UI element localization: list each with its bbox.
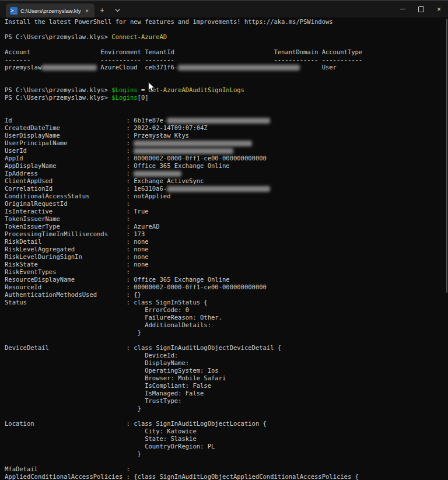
terminal-line: UserDisplayName : Przemysław Kłys bbox=[5, 132, 448, 139]
maximize-icon bbox=[418, 6, 424, 12]
tab-dropdown-button[interactable] bbox=[110, 3, 125, 17]
terminal-line: Location : class SignInAuditLogObjectLoc… bbox=[5, 420, 448, 428]
terminal-line: PS C:\Users\przemyslaw.klys> Connect-Azu… bbox=[5, 33, 448, 41]
terminal-line: ResourceId : 00000002-0000-0ff1-ce00-000… bbox=[5, 283, 448, 291]
terminal-line: RiskState : none bbox=[5, 261, 448, 268]
redacted-value bbox=[41, 65, 97, 71]
chevron-down-icon bbox=[115, 9, 120, 12]
terminal-line: CountryOrRegion: PL bbox=[5, 443, 448, 450]
terminal-line: Status : class SignInStatus { bbox=[5, 299, 448, 306]
terminal-line: UserPrincipalName : bbox=[5, 139, 448, 147]
tab-title: C:\Users\przemyslaw.klys\App bbox=[20, 8, 81, 14]
terminal-line: IpAddress : bbox=[5, 170, 448, 177]
terminal-line: RiskDetail : none bbox=[5, 238, 448, 246]
terminal-line: IsManaged: False bbox=[5, 390, 448, 397]
terminal-line bbox=[5, 337, 448, 344]
terminal-line: PS C:\Users\przemyslaw.klys> $Logins = G… bbox=[5, 86, 448, 94]
terminal-line: FailureReason: Other. bbox=[5, 314, 448, 321]
terminal-window: >_ C:\Users\przemyslaw.klys\App ✕ + ✕ In… bbox=[0, 0, 448, 480]
redacted-value bbox=[134, 141, 251, 146]
maximize-button[interactable] bbox=[412, 1, 430, 17]
terminal-line bbox=[5, 412, 448, 420]
terminal-line: TokenIssuerName : bbox=[5, 215, 448, 223]
terminal-line: } bbox=[5, 405, 448, 412]
terminal-line: Install the latest PowerShell for new fe… bbox=[5, 18, 448, 26]
terminal-line: TokenIssuerType : AzureAD bbox=[5, 223, 448, 230]
tab-powershell[interactable]: >_ C:\Users\przemyslaw.klys\App ✕ bbox=[6, 3, 94, 17]
powershell-icon: >_ bbox=[10, 7, 18, 15]
titlebar-drag-area[interactable] bbox=[125, 1, 394, 17]
terminal-line: AppDisplayName : Office 365 Exchange Onl… bbox=[5, 162, 448, 170]
terminal-line: AppliedConditionalAccessPolicies : {clas… bbox=[5, 473, 448, 480]
terminal-line bbox=[5, 109, 448, 117]
tab-close-icon[interactable]: ✕ bbox=[84, 6, 90, 15]
minimize-icon bbox=[400, 9, 405, 9]
terminal-line: OriginalRequestId : bbox=[5, 200, 448, 208]
terminal-line: TrustType: bbox=[5, 397, 448, 405]
terminal-line: AppId : 00000002-0000-0ff1-ce00-00000000… bbox=[5, 155, 448, 162]
redacted-value bbox=[178, 65, 300, 71]
terminal-line: IsInteractive : True bbox=[5, 208, 448, 215]
terminal-line: DeviceId: bbox=[5, 352, 448, 359]
terminal-line: RiskLevelDuringSignIn : none bbox=[5, 253, 448, 261]
terminal-line: RiskEventTypes : bbox=[5, 268, 448, 276]
redacted-value bbox=[167, 186, 270, 192]
terminal-line: State: Slaskie bbox=[5, 435, 448, 443]
terminal-line bbox=[5, 458, 448, 465]
terminal-line: AuthenticationMethodsUsed : {} bbox=[5, 291, 448, 299]
terminal-line: ClientAppUsed : Exchange ActiveSync bbox=[5, 177, 448, 185]
minimize-button[interactable] bbox=[394, 1, 412, 17]
terminal-line: UserId : bbox=[5, 147, 448, 155]
terminal-line: RiskLevelAggregated : none bbox=[5, 246, 448, 253]
terminal-line: CorrelationId : 1e6310a6- bbox=[5, 185, 448, 192]
terminal-line bbox=[5, 41, 448, 48]
terminal-line: ProcessingTimeInMilliseconds : 173 bbox=[5, 230, 448, 238]
close-button[interactable]: ✕ bbox=[430, 1, 448, 17]
terminal-line: OperatingSystem: Ios bbox=[5, 367, 448, 374]
terminal-line: DisplayName: bbox=[5, 359, 448, 367]
terminal-line: IsCompliant: False bbox=[5, 382, 448, 390]
terminal-line: ------- ----------- -------- -----------… bbox=[5, 56, 448, 64]
terminal-line bbox=[5, 79, 448, 86]
terminal-line: Account Environment TenantId TenantDomai… bbox=[5, 48, 448, 56]
redacted-value bbox=[134, 148, 233, 154]
terminal-line: Browser: Mobile Safari bbox=[5, 374, 448, 382]
terminal-line: Id : 6b1fe87e- bbox=[5, 117, 448, 124]
terminal-line: ResourceDisplayName : Office 365 Exchang… bbox=[5, 276, 448, 283]
window-titlebar: >_ C:\Users\przemyslaw.klys\App ✕ + ✕ bbox=[0, 0, 448, 17]
new-tab-button[interactable]: + bbox=[94, 3, 110, 17]
terminal-line: } bbox=[5, 329, 448, 337]
terminal-line: } bbox=[5, 450, 448, 458]
redacted-value bbox=[167, 118, 270, 124]
terminal-line: City: Katowice bbox=[5, 428, 448, 435]
terminal-output[interactable]: Install the latest PowerShell for new fe… bbox=[0, 17, 448, 480]
terminal-line: ErrorCode: 0 bbox=[5, 306, 448, 314]
terminal-line: DeviceDetail : class SignInAuditLogObjec… bbox=[5, 344, 448, 352]
terminal-line bbox=[5, 101, 448, 109]
terminal-line: CreatedDateTime : 2022-02-14T09:07:04Z bbox=[5, 124, 448, 132]
terminal-line: AdditionalDetails: bbox=[5, 321, 448, 329]
terminal-line bbox=[5, 71, 448, 79]
terminal-line: przemyslaw AzureCloud ceb371f6- User bbox=[5, 64, 448, 71]
terminal-line: MfaDetail : bbox=[5, 465, 448, 473]
terminal-line: ConditionalAccessStatus : notApplied bbox=[5, 192, 448, 200]
terminal-line bbox=[5, 26, 448, 33]
redacted-value bbox=[134, 171, 181, 177]
scrollbar-thumb[interactable] bbox=[446, 19, 447, 293]
terminal-line: PS C:\Users\przemyslaw.klys> $Logins[0] bbox=[5, 94, 448, 101]
